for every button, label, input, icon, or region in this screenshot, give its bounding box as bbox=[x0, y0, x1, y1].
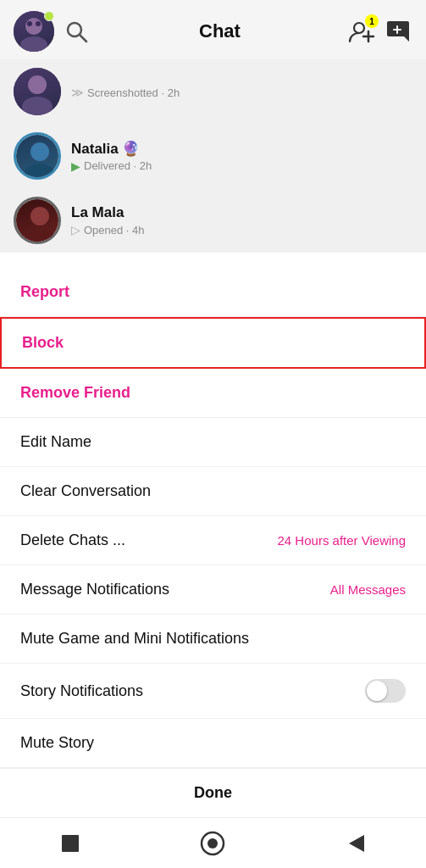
delete-chats-value: 24 Hours after Viewing bbox=[278, 533, 406, 548]
toggle-thumb bbox=[367, 681, 387, 701]
top-bar-left bbox=[14, 11, 91, 52]
chat-item-3[interactable]: La Mala ▷ Opened · 4h bbox=[0, 188, 426, 253]
add-friend-button[interactable]: 1 bbox=[348, 18, 375, 45]
snapchat-nav-button[interactable] bbox=[199, 830, 226, 857]
chat-status-1: ≫ Screenshotted · 2h bbox=[71, 86, 412, 99]
story-notifications-toggle[interactable] bbox=[365, 679, 406, 703]
edit-name-item[interactable]: Edit Name bbox=[0, 418, 426, 467]
svg-line-5 bbox=[80, 35, 86, 42]
message-notifications-value: All Messages bbox=[330, 582, 406, 597]
block-item[interactable]: Block bbox=[0, 317, 426, 369]
svg-point-0 bbox=[25, 18, 42, 35]
search-button[interactable] bbox=[61, 16, 91, 47]
chat-list: ≫ Screenshotted · 2h Natalia 🔮 ▶ Deliver… bbox=[0, 59, 426, 253]
chat-item-2[interactable]: Natalia 🔮 ▶ Delivered · 2h bbox=[0, 124, 426, 188]
chat-info-3: La Mala ▷ Opened · 4h bbox=[71, 204, 412, 236]
bottom-nav bbox=[0, 817, 426, 868]
svg-point-1 bbox=[20, 36, 47, 52]
bottom-sheet: Report Block Remove Friend Edit Name Cle… bbox=[0, 268, 426, 868]
svg-point-2 bbox=[27, 21, 32, 26]
notification-badge: 1 bbox=[365, 14, 379, 28]
svg-rect-17 bbox=[62, 835, 79, 852]
edit-name-label: Edit Name bbox=[20, 433, 91, 451]
svg-point-3 bbox=[36, 21, 41, 26]
story-notifications-item[interactable]: Story Notifications bbox=[0, 664, 426, 719]
new-chat-button[interactable] bbox=[385, 18, 412, 45]
svg-point-19 bbox=[207, 838, 218, 849]
done-button[interactable]: Done bbox=[0, 768, 426, 817]
chat-name-3: La Mala bbox=[71, 204, 412, 221]
chat-status-3: ▷ Opened · 4h bbox=[71, 223, 412, 236]
chat-info-1: ≫ Screenshotted · 2h bbox=[71, 84, 412, 99]
svg-point-13 bbox=[30, 142, 49, 161]
mute-story-item[interactable]: Mute Story bbox=[0, 719, 426, 768]
chat-status-text-2: Delivered · 2h bbox=[84, 159, 152, 172]
svg-point-14 bbox=[25, 164, 55, 180]
chat-avatar-1 bbox=[14, 68, 61, 115]
chat-name-2: Natalia 🔮 bbox=[71, 140, 412, 158]
svg-point-16 bbox=[25, 228, 55, 244]
message-notifications-item[interactable]: Message Notifications All Messages bbox=[0, 565, 426, 615]
delete-chats-label: Delete Chats ... bbox=[20, 531, 125, 549]
svg-point-11 bbox=[28, 75, 47, 94]
report-item[interactable]: Report bbox=[0, 268, 426, 317]
svg-point-6 bbox=[354, 23, 364, 33]
remove-friend-item[interactable]: Remove Friend bbox=[0, 369, 426, 418]
top-bar: Chat 1 bbox=[0, 0, 426, 59]
chat-info-2: Natalia 🔮 ▶ Delivered · 2h bbox=[71, 140, 412, 173]
delete-chats-item[interactable]: Delete Chats ... 24 Hours after Viewing bbox=[0, 516, 426, 565]
toggle-track bbox=[365, 679, 406, 703]
chat-status-text-1: Screenshotted · 2h bbox=[87, 86, 180, 99]
chat-status-text-3: Opened · 4h bbox=[84, 224, 145, 236]
remove-friend-label: Remove Friend bbox=[20, 384, 130, 402]
page-title: Chat bbox=[91, 20, 348, 42]
user-avatar-container[interactable] bbox=[14, 11, 54, 52]
chat-avatar-2 bbox=[14, 132, 61, 180]
svg-point-15 bbox=[30, 207, 49, 225]
svg-marker-20 bbox=[349, 835, 364, 852]
clear-conversation-label: Clear Conversation bbox=[20, 482, 151, 500]
svg-point-12 bbox=[22, 97, 53, 115]
chat-avatar-3 bbox=[14, 197, 61, 244]
report-label: Report bbox=[20, 283, 69, 301]
block-label: Block bbox=[22, 334, 64, 352]
mute-story-label: Mute Story bbox=[20, 734, 94, 752]
online-indicator bbox=[44, 11, 54, 21]
mute-game-item[interactable]: Mute Game and Mini Notifications bbox=[0, 615, 426, 664]
top-bar-right: 1 bbox=[348, 18, 412, 45]
message-notifications-label: Message Notifications bbox=[20, 581, 169, 598]
story-notifications-label: Story Notifications bbox=[20, 682, 143, 700]
clear-conversation-item[interactable]: Clear Conversation bbox=[0, 467, 426, 516]
mute-game-label: Mute Game and Mini Notifications bbox=[20, 630, 249, 648]
chat-item[interactable]: ≫ Screenshotted · 2h bbox=[0, 59, 426, 124]
back-nav-button[interactable] bbox=[344, 832, 368, 855]
home-nav-button[interactable] bbox=[58, 832, 82, 855]
chat-status-2: ▶ Delivered · 2h bbox=[71, 159, 412, 173]
